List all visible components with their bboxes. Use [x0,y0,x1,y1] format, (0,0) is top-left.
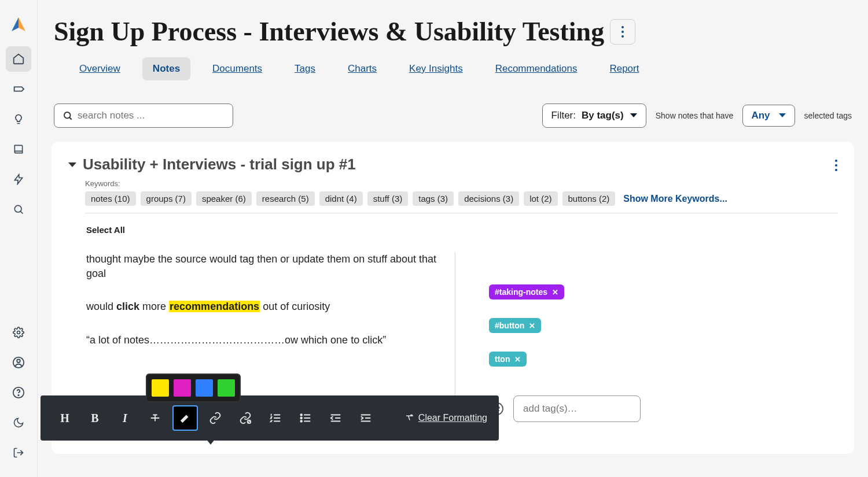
tag-pill[interactable]: tton ✕ [489,352,527,367]
tab-key-insights[interactable]: Key Insights [399,57,473,80]
tag-icon[interactable] [6,76,31,102]
color-swatch-green[interactable] [218,379,235,397]
app-logo [9,16,28,35]
tab-charts[interactable]: Charts [337,57,387,80]
indent-button[interactable] [353,405,378,431]
note-line[interactable]: “a lot of notes…………………………………ow which one… [86,333,446,347]
tag-pill[interactable]: #button ✕ [489,318,541,333]
svg-point-5 [18,395,19,395]
keyword-chip[interactable]: tags (3) [413,191,454,206]
filter-prefix: Filter: [551,110,576,121]
note-line[interactable]: would click more recommendations out of … [86,299,446,314]
unordered-list-button[interactable] [293,405,318,431]
keywords-row: notes (10) groups (7) speaker (6) resear… [85,191,838,213]
settings-icon[interactable] [6,320,31,345]
tags-column: #taking-notes ✕ #button ✕ tton ✕ [455,252,838,429]
remove-tag-icon[interactable]: ✕ [552,288,558,297]
highlight-button[interactable] [172,405,198,431]
keywords-label: Keywords: [85,179,838,188]
svg-point-10 [835,160,837,162]
show-notes-suffix: selected tags [804,111,852,120]
color-swatch-magenta[interactable] [174,379,191,397]
color-swatch-blue[interactable] [196,379,213,397]
remove-tag-icon[interactable]: ✕ [529,321,535,330]
keyword-chip[interactable]: research (5) [256,191,315,206]
svg-point-1 [17,331,20,334]
keyword-chip[interactable]: decisions (3) [458,191,519,206]
formatting-toolbar: H B I Clear Formatting [41,395,499,441]
tab-documents[interactable]: Documents [202,57,273,80]
search-icon [62,110,73,121]
toolbar-pointer [206,439,215,445]
collapse-icon[interactable] [68,161,77,168]
keyword-chip[interactable]: lot (2) [524,191,557,206]
dark-mode-icon[interactable] [6,410,31,435]
svg-point-0 [14,205,21,212]
remove-tag-icon[interactable]: ✕ [514,355,521,364]
svg-point-17 [300,414,302,416]
tab-overview[interactable]: Overview [69,57,131,80]
add-tag-input[interactable] [513,395,641,422]
svg-point-11 [835,164,837,167]
svg-point-7 [621,31,624,33]
book-icon[interactable] [6,136,31,162]
svg-point-19 [300,420,302,422]
keyword-chip[interactable]: notes (10) [85,191,136,206]
tag-pill[interactable]: #taking-notes ✕ [489,284,564,299]
account-icon[interactable] [6,350,31,375]
strikethrough-button[interactable] [142,405,168,431]
svg-point-9 [64,112,71,119]
show-notes-prefix: Show notes that have [656,111,734,120]
tab-report[interactable]: Report [599,57,649,80]
sidebar [0,0,38,477]
any-label: Any [751,110,770,121]
search-input-wrapper[interactable] [54,103,233,128]
card-menu-button[interactable] [834,159,838,172]
note-line[interactable]: thought maybe the source would tag then … [86,252,446,281]
ordered-list-button[interactable] [263,405,288,431]
clear-formatting-icon [404,413,415,423]
filter-dropdown[interactable]: Filter: By tag(s) [542,103,646,128]
bold-button[interactable]: B [82,405,108,431]
svg-point-18 [300,417,302,419]
italic-button[interactable]: I [112,405,138,431]
unlink-button[interactable] [233,405,258,431]
clear-formatting-button[interactable]: Clear Formatting [404,413,487,423]
link-button[interactable] [203,405,228,431]
logout-icon[interactable] [6,440,31,465]
tab-tags[interactable]: Tags [284,57,326,80]
keyword-chip[interactable]: speaker (6) [196,191,252,206]
chevron-down-icon [778,113,786,119]
outdent-button[interactable] [323,405,348,431]
card-title: Usability + Interviews - trial sign up #… [83,156,356,173]
svg-point-6 [621,26,624,28]
svg-point-12 [835,169,837,171]
keyword-chip[interactable]: groups (7) [141,191,192,206]
tab-recommendations[interactable]: Recommendations [485,57,588,80]
search-icon[interactable] [6,197,31,222]
svg-point-3 [17,360,20,363]
color-swatch-yellow[interactable] [152,379,169,397]
filter-value: By tag(s) [582,110,624,121]
svg-point-8 [621,35,624,38]
tabs: Overview Notes Documents Tags Charts Key… [54,57,852,80]
page-menu-button[interactable] [610,19,635,45]
tab-notes[interactable]: Notes [142,57,190,80]
select-all[interactable]: Select All [86,225,838,235]
lightning-icon[interactable] [6,167,31,192]
help-icon[interactable] [6,380,31,405]
any-dropdown[interactable]: Any [742,105,795,127]
show-more-keywords[interactable]: Show More Keywords... [623,194,727,204]
keyword-chip[interactable]: didnt (4) [319,191,363,206]
heading-button[interactable]: H [52,405,78,431]
home-icon[interactable] [6,46,31,72]
chevron-down-icon [630,113,638,119]
highlight-color-popup [146,374,241,402]
page-title: Sign Up Process - Interviews & Usability… [54,16,604,47]
lightbulb-icon[interactable] [6,106,31,132]
keyword-chip[interactable]: buttons (2) [562,191,616,206]
search-input[interactable] [78,110,225,121]
keyword-chip[interactable]: stuff (3) [367,191,409,206]
